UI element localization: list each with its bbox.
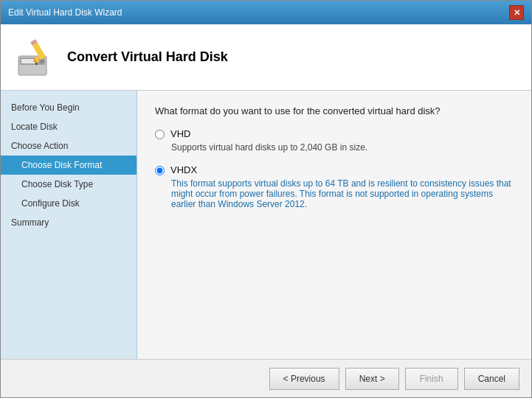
header-section: Convert Virtual Hard Disk [1,24,531,91]
title-bar-title: Edit Virtual Hard Disk Wizard [8,7,122,18]
title-bar: Edit Virtual Hard Disk Wizard ✕ [1,1,531,24]
close-button[interactable]: ✕ [509,5,524,20]
title-bar-left: Edit Virtual Hard Disk Wizard [8,7,122,18]
vhdx-option-group: VHDX This format supports virtual disks … [155,164,514,209]
vhdx-radio[interactable] [155,166,165,175]
question-text: What format do you want to use for the c… [155,105,514,116]
next-button[interactable]: Next > [345,368,399,390]
vhd-label[interactable]: VHD [170,128,190,139]
header-icon [13,35,57,80]
footer: < Previous Next > Finish Cancel [1,359,531,397]
vhd-option-row: VHD [155,128,514,139]
finish-button[interactable]: Finish [405,368,458,390]
cancel-button[interactable]: Cancel [464,368,519,390]
sidebar-item-configure-disk[interactable]: Configure Disk [1,194,137,213]
vhdx-option-row: VHDX [155,164,514,175]
sidebar-item-summary[interactable]: Summary [1,213,137,232]
svg-point-3 [40,59,44,63]
header-title: Convert Virtual Hard Disk [67,49,228,65]
vhdx-description: This format supports virtual disks up to… [171,178,514,209]
vhd-radio[interactable] [155,130,165,139]
sidebar-item-choose-disk-type[interactable]: Choose Disk Type [1,175,137,194]
sidebar-item-choose-action[interactable]: Choose Action [1,136,137,156]
sidebar-item-locate-disk[interactable]: Locate Disk [1,117,137,136]
window: Edit Virtual Hard Disk Wizard ✕ [0,0,532,398]
vhdx-label[interactable]: VHDX [170,164,197,175]
sidebar-item-before-you-begin[interactable]: Before You Begin [1,98,137,117]
content-area: Before You Begin Locate Disk Choose Acti… [1,91,531,359]
vhd-description: Supports virtual hard disks up to 2,040 … [171,142,514,153]
sidebar-item-choose-disk-format[interactable]: Choose Disk Format [1,156,137,175]
sidebar: Before You Begin Locate Disk Choose Acti… [1,91,137,359]
previous-button[interactable]: < Previous [269,368,339,390]
main-content: What format do you want to use for the c… [137,91,531,359]
vhd-option-group: VHD Supports virtual hard disks up to 2,… [155,128,514,153]
